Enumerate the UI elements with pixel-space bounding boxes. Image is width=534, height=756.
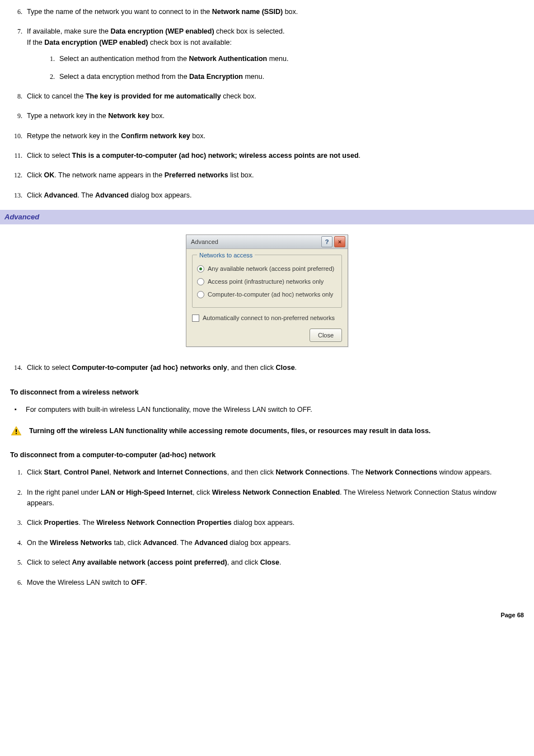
dialog-title: Advanced (191, 237, 218, 247)
heading-disconnect-wireless: To disconnect from a wireless network (10, 387, 524, 398)
step-number: 4. (10, 538, 22, 548)
step-text: Click to select Any available network (a… (27, 558, 281, 566)
step-text: Select an authentication method from the… (59, 55, 288, 63)
groupbox-title: Networks to access (197, 251, 255, 260)
close-icon[interactable]: × (334, 236, 345, 247)
steps-top: 6.Type the name of the network you want … (10, 7, 524, 201)
step-number: 7. (10, 26, 22, 37)
radio-label: Access point (infrastructure) networks o… (208, 277, 324, 287)
help-button[interactable]: ? (321, 236, 332, 247)
step-number: 14. (10, 363, 22, 373)
svg-rect-1 (16, 429, 17, 432)
heading-disconnect-adhoc: To disconnect from a computer-to-compute… (10, 450, 524, 461)
close-button[interactable]: Close (310, 328, 342, 342)
step-number: 1. (10, 467, 22, 478)
steps-bottom: 1.Click Start, Control Panel, Network an… (10, 467, 524, 588)
radio-label: Any available network (access point pref… (208, 264, 334, 274)
svg-rect-2 (16, 433, 17, 434)
list-item: 4.On the Wireless Networks tab, click Ad… (10, 538, 524, 548)
step-text: Type a network key in the Network key bo… (27, 112, 165, 120)
warning-icon (11, 426, 21, 435)
list-item: 3.Click Properties. The Wireless Network… (10, 518, 524, 528)
step-text: Move the Wireless LAN switch to OFF. (27, 579, 147, 586)
auto-connect-checkbox-row[interactable]: Automatically connect to non-preferred n… (192, 313, 342, 323)
warning-text: Turning off the wireless LAN functionali… (29, 427, 430, 435)
list-item: 7.If available, make sure the Data encry… (10, 26, 524, 82)
list-item: 1.Click Start, Control Panel, Network an… (10, 467, 524, 478)
warning-block: Turning off the wireless LAN functionali… (10, 426, 524, 436)
step-number: 6. (10, 577, 22, 588)
step-number: 10. (10, 131, 22, 142)
step-text: Click OK. The network name appears in th… (27, 171, 254, 179)
step-text: Type the name of the network you want to… (27, 8, 298, 16)
step-number: 2. (10, 487, 22, 498)
step-number: 5. (10, 557, 22, 568)
networks-to-access-group: Networks to access Any available network… (192, 255, 342, 308)
list-item: 5.Click to select Any available network … (10, 557, 524, 568)
list-item: 6.Type the name of the network you want … (10, 7, 524, 17)
disconnect-bullet-list: For computers with built-in wireless LAN… (10, 405, 524, 415)
step-text: Click to cancel the The key is provided … (27, 92, 256, 100)
step-text: Click Advanced. The Advanced dialog box … (27, 191, 191, 199)
list-item: For computers with built-in wireless LAN… (10, 405, 524, 415)
step-number: 2. (45, 72, 55, 82)
sub-steps: 1.Select an authentication method from t… (45, 54, 524, 82)
list-item: 12.Click OK. The network name appears in… (10, 170, 524, 181)
section-header-advanced: Advanced (0, 210, 534, 224)
step-text: Retype the network key in the Confirm ne… (27, 132, 205, 140)
checkbox-label: Automatically connect to non-preferred n… (203, 313, 335, 323)
radio-icon[interactable] (197, 291, 204, 298)
list-item: 1.Select an authentication method from t… (45, 54, 524, 64)
step-number: 1. (45, 54, 55, 64)
step-number: 3. (10, 518, 22, 528)
step-text: Click to select This is a computer-to-co… (27, 152, 360, 159)
step-number: 8. (10, 91, 22, 102)
radio-option[interactable]: Computer-to-computer (ad hoc) networks o… (197, 290, 337, 299)
list-item: 8.Click to cancel the The key is provide… (10, 91, 524, 102)
step-number: 6. (10, 7, 22, 17)
step-text: Select a data encryption method from the… (59, 73, 264, 81)
list-item: 2.In the right panel under LAN or High-S… (10, 487, 524, 509)
list-item: 10.Retype the network key in the Confirm… (10, 131, 524, 142)
bullet-text: For computers with built-in wireless LAN… (26, 406, 312, 414)
radio-option[interactable]: Access point (infrastructure) networks o… (197, 277, 337, 287)
list-item: 6.Move the Wireless LAN switch to OFF. (10, 577, 524, 588)
radio-icon[interactable] (197, 265, 204, 273)
radio-icon[interactable] (197, 278, 204, 285)
page-footer: Page 68 (10, 611, 524, 620)
list-item: 13.Click Advanced. The Advanced dialog b… (10, 190, 524, 201)
step-number: 11. (10, 151, 22, 161)
list-item: 11.Click to select This is a computer-to… (10, 151, 524, 161)
step-text: Click to select Computer-to-computer {ad… (27, 364, 297, 372)
dialog-titlebar: Advanced ? × (186, 235, 348, 249)
step-text: In the right panel under LAN or High-Spe… (27, 489, 496, 507)
step-number: 13. (10, 190, 22, 201)
list-item: 9.Type a network key in the Network key … (10, 111, 524, 121)
step-number: 9. (10, 111, 22, 121)
checkbox-icon[interactable] (192, 314, 199, 322)
advanced-dialog: Advanced ? × Networks to access Any avai… (186, 234, 348, 347)
step-text: Click Start, Control Panel, Network and … (27, 468, 492, 476)
list-item: 14. Click to select Computer-to-computer… (10, 363, 524, 373)
step-14-list: 14. Click to select Computer-to-computer… (10, 363, 524, 373)
dialog-figure: Advanced ? × Networks to access Any avai… (10, 234, 524, 347)
step-text: If available, make sure the Data encrypt… (27, 27, 284, 46)
step-text: Click Properties. The Wireless Network C… (27, 519, 294, 527)
radio-label: Computer-to-computer (ad hoc) networks o… (208, 290, 333, 299)
step-text: On the Wireless Networks tab, click Adva… (27, 539, 291, 547)
list-item: 2.Select a data encryption method from t… (45, 72, 524, 82)
step-number: 12. (10, 170, 22, 181)
radio-option[interactable]: Any available network (access point pref… (197, 264, 337, 274)
